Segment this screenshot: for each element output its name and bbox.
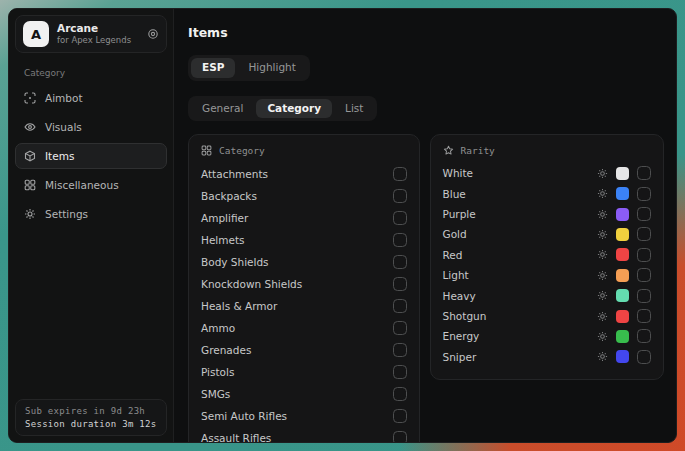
category-checkbox[interactable]: [393, 431, 407, 442]
rarity-color-swatch[interactable]: [616, 310, 629, 323]
box-icon: [24, 150, 36, 162]
rarity-row: Red: [443, 245, 651, 265]
rarity-row-label: Energy: [443, 330, 480, 342]
session-duration-text: Session duration 3m 12s: [25, 419, 157, 429]
category-list: AttachmentsBackpacksAmplifierHelmetsBody…: [201, 163, 407, 442]
category-row: SMGs: [201, 383, 407, 405]
category-row: Assault Rifles: [201, 427, 407, 442]
category-row-label: Ammo: [201, 322, 235, 334]
rarity-row-label: Purple: [443, 208, 476, 220]
tab-category[interactable]: Category: [256, 99, 332, 119]
color-settings-gear-icon[interactable]: [597, 311, 608, 322]
rarity-checkbox[interactable]: [637, 207, 651, 221]
category-row: Grenades: [201, 339, 407, 361]
category-row: Semi Auto Rifles: [201, 405, 407, 427]
sidebar-item-label: Aimbot: [45, 92, 83, 104]
rarity-panel: Rarity WhiteBluePurpleGoldRedLightHeavyS…: [430, 134, 664, 380]
category-row-label: Attachments: [201, 168, 268, 180]
sidebar-item-visuals[interactable]: Visuals: [15, 114, 167, 140]
rarity-color-swatch[interactable]: [616, 248, 629, 261]
category-row-label: SMGs: [201, 388, 230, 400]
category-row-label: Body Shields: [201, 256, 269, 268]
rarity-row-label: Red: [443, 249, 463, 261]
rarity-checkbox[interactable]: [637, 187, 651, 201]
sidebar-item-settings[interactable]: Settings: [15, 201, 167, 227]
color-settings-gear-icon[interactable]: [597, 270, 608, 281]
sidebar-section-label: Category: [24, 68, 158, 78]
rarity-color-swatch[interactable]: [616, 187, 629, 200]
rarity-checkbox[interactable]: [637, 329, 651, 343]
category-checkbox[interactable]: [393, 321, 407, 335]
rarity-color-swatch[interactable]: [616, 330, 629, 343]
category-checkbox[interactable]: [393, 189, 407, 203]
sidebar-item-aimbot[interactable]: Aimbot: [15, 85, 167, 111]
category-row: Knockdown Shields: [201, 273, 407, 295]
color-settings-gear-icon[interactable]: [597, 331, 608, 342]
rarity-checkbox[interactable]: [637, 309, 651, 323]
category-row-label: Amplifier: [201, 212, 248, 224]
category-checkbox[interactable]: [393, 387, 407, 401]
rarity-panel-title: Rarity: [461, 145, 495, 156]
category-row-label: Heals & Armor: [201, 300, 277, 312]
category-checkbox[interactable]: [393, 277, 407, 291]
rarity-checkbox[interactable]: [637, 268, 651, 282]
color-settings-gear-icon[interactable]: [597, 168, 608, 179]
category-row-label: Pistols: [201, 366, 234, 378]
category-row: Heals & Armor: [201, 295, 407, 317]
category-checkbox[interactable]: [393, 365, 407, 379]
color-settings-gear-icon[interactable]: [597, 290, 608, 301]
target-icon[interactable]: [147, 28, 159, 40]
rarity-checkbox[interactable]: [637, 227, 651, 241]
app-title: Arcane: [57, 22, 131, 35]
crosshair-icon: [24, 92, 36, 104]
main-content: Items ESPHighlight GeneralCategoryList C…: [174, 9, 676, 442]
sidebar-item-label: Items: [45, 150, 74, 162]
rarity-color-swatch[interactable]: [616, 289, 629, 302]
sidebar: A Arcane for Apex Legends Category Aimbo…: [9, 9, 174, 442]
category-row-label: Semi Auto Rifles: [201, 410, 287, 422]
color-settings-gear-icon[interactable]: [597, 188, 608, 199]
category-checkbox[interactable]: [393, 233, 407, 247]
page-title: Items: [188, 25, 664, 40]
rarity-row: Sniper: [443, 347, 651, 367]
app-window: A Arcane for Apex Legends Category Aimbo…: [8, 8, 677, 443]
category-checkbox[interactable]: [393, 343, 407, 357]
mode-esp[interactable]: ESP: [191, 58, 235, 78]
rarity-row-label: Gold: [443, 228, 467, 240]
category-checkbox[interactable]: [393, 167, 407, 181]
panels-row: Category AttachmentsBackpacksAmplifierHe…: [188, 134, 664, 442]
sidebar-item-items[interactable]: Items: [15, 143, 167, 169]
category-row: Backpacks: [201, 185, 407, 207]
rarity-color-swatch[interactable]: [616, 269, 629, 282]
category-row: Ammo: [201, 317, 407, 339]
color-settings-gear-icon[interactable]: [597, 249, 608, 260]
rarity-checkbox[interactable]: [637, 350, 651, 364]
rarity-row: Blue: [443, 183, 651, 203]
app-header: A Arcane for Apex Legends: [15, 15, 167, 53]
rarity-checkbox[interactable]: [637, 166, 651, 180]
category-checkbox[interactable]: [393, 211, 407, 225]
category-row: Attachments: [201, 163, 407, 185]
rarity-color-swatch[interactable]: [616, 228, 629, 241]
rarity-row: Shotgun: [443, 306, 651, 326]
app-logo: A: [23, 21, 49, 47]
rarity-row: White: [443, 163, 651, 183]
rarity-color-swatch[interactable]: [616, 167, 629, 180]
category-checkbox[interactable]: [393, 255, 407, 269]
category-row: Body Shields: [201, 251, 407, 273]
tab-general[interactable]: General: [191, 99, 254, 119]
rarity-color-swatch[interactable]: [616, 208, 629, 221]
rarity-checkbox[interactable]: [637, 248, 651, 262]
color-settings-gear-icon[interactable]: [597, 209, 608, 220]
tab-list[interactable]: List: [334, 99, 374, 119]
rarity-color-swatch[interactable]: [616, 350, 629, 363]
mode-highlight[interactable]: Highlight: [237, 58, 306, 78]
eye-icon: [24, 121, 36, 133]
color-settings-gear-icon[interactable]: [597, 351, 608, 362]
rarity-checkbox[interactable]: [637, 289, 651, 303]
category-checkbox[interactable]: [393, 299, 407, 313]
color-settings-gear-icon[interactable]: [597, 229, 608, 240]
category-row-label: Backpacks: [201, 190, 257, 202]
sidebar-item-miscellaneous[interactable]: Miscellaneous: [15, 172, 167, 198]
category-checkbox[interactable]: [393, 409, 407, 423]
